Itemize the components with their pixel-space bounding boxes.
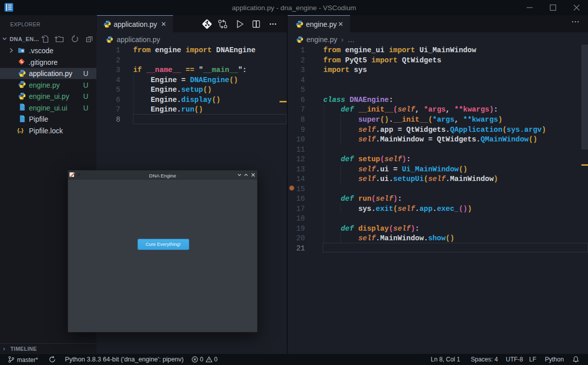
svg-text:DNA_EN...: DNA_EN... bbox=[10, 36, 39, 42]
